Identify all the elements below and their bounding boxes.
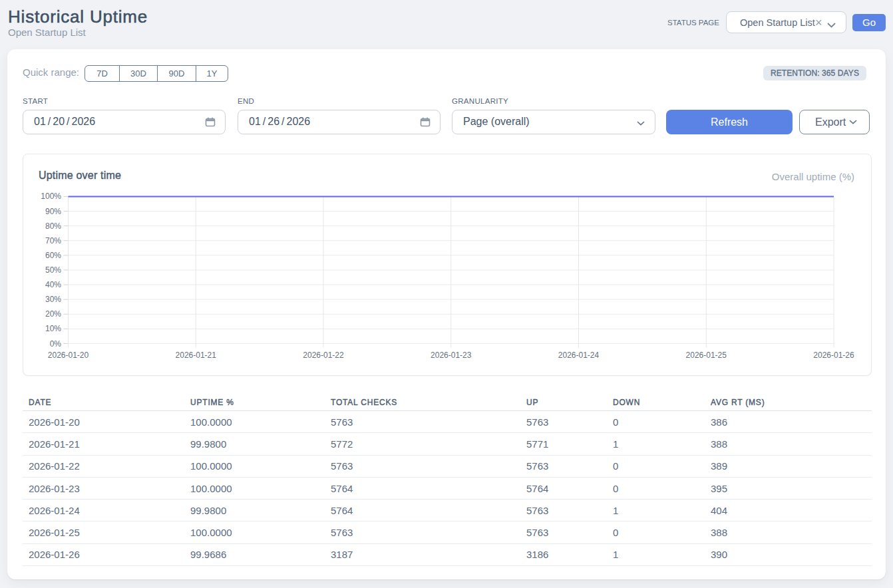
svg-text:90%: 90% — [45, 207, 61, 216]
svg-text:2026-01-26: 2026-01-26 — [813, 351, 854, 360]
svg-text:30%: 30% — [45, 295, 61, 304]
svg-text:2026-01-21: 2026-01-21 — [176, 351, 217, 360]
svg-text:20%: 20% — [45, 309, 61, 319]
svg-text:100%: 100% — [41, 192, 61, 201]
svg-text:10%: 10% — [45, 324, 61, 333]
svg-text:80%: 80% — [45, 221, 61, 231]
svg-text:70%: 70% — [45, 236, 61, 245]
svg-text:40%: 40% — [45, 280, 61, 289]
svg-text:2026-01-24: 2026-01-24 — [558, 351, 600, 360]
svg-text:2026-01-20: 2026-01-20 — [48, 351, 89, 360]
svg-text:0%: 0% — [50, 339, 62, 349]
svg-text:2026-01-22: 2026-01-22 — [303, 351, 344, 360]
svg-text:2026-01-23: 2026-01-23 — [431, 351, 472, 360]
svg-text:2026-01-25: 2026-01-25 — [686, 351, 727, 360]
svg-text:60%: 60% — [45, 251, 61, 260]
svg-text:50%: 50% — [45, 265, 61, 275]
